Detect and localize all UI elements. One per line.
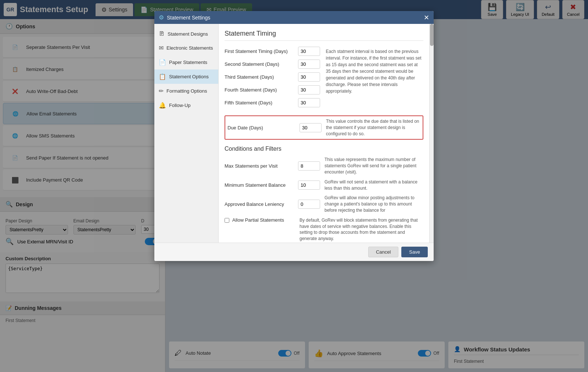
modal-overlay: ⚙ Statement Settings ✕ 🖹 Statement Desig… [165, 19, 588, 372]
timing-section: First Statement Timing (Days) Second Sta… [225, 47, 423, 111]
first-timing-row: First Statement Timing (Days) [225, 47, 322, 56]
modal-footer: Cancel Save [165, 243, 434, 261]
modal-nav-formatting-options[interactable]: ✏ Formatting Options [165, 84, 218, 98]
statement-timing-title: Statement Timing [225, 30, 423, 41]
modal-nav-electronic-statements[interactable]: ✉ Electronic Statements [165, 41, 218, 55]
modal-body: 🖹 Statement Designs ✉ Electronic Stateme… [165, 24, 434, 243]
second-timing-row: Second Statement (Days) [225, 60, 322, 69]
due-date-input[interactable] [300, 123, 322, 132]
fourth-timing-input[interactable] [298, 85, 320, 94]
modal-dialog: ⚙ Statement Settings ✕ 🖹 Statement Desig… [165, 19, 434, 261]
modal-nav-paper-statements[interactable]: 📄 Paper Statements [165, 55, 218, 69]
modal-scrollbar[interactable] [429, 24, 434, 243]
timing-fields: First Statement Timing (Days) Second Sta… [225, 47, 322, 111]
fifth-timing-row: Fifth Statement (Days) [225, 98, 322, 107]
min-balance-input[interactable] [298, 180, 320, 190]
modal-titlebar: ⚙ Statement Settings ✕ [165, 19, 434, 24]
balance-leniency-input[interactable] [298, 200, 320, 209]
follow-up-icon: 🔔 [165, 102, 166, 109]
balance-leniency-row: Approved Balance Leniency GoRev will all… [225, 195, 423, 213]
modal-save-button[interactable]: Save [401, 247, 428, 257]
partial-statements-checkbox[interactable] [225, 218, 229, 223]
modal-nav-follow-up[interactable]: 🔔 Follow-Up [165, 98, 218, 112]
fifth-timing-input[interactable] [298, 98, 320, 107]
second-timing-input[interactable] [298, 60, 320, 69]
due-date-row: Due Date (Days) This value controls the … [225, 115, 423, 140]
modal-content-area: Statement Timing First Statement Timing … [219, 24, 429, 243]
statement-options-icon: 📋 [165, 73, 166, 80]
main-content: 🕐 Options 📄 Seperate Statements Per Visi… [0, 19, 588, 372]
fourth-timing-row: Fourth Statement (Days) [225, 85, 322, 94]
modal-cancel-button[interactable]: Cancel [368, 247, 398, 257]
conditions-title: Conditions and Filters [225, 146, 423, 152]
partial-statements-row: Allow Partial Statements By default, GoR… [225, 217, 423, 242]
max-statements-row: Max Statements per Visit This value repr… [225, 157, 423, 175]
right-panel: ⚙ Statement Settings ✕ 🖹 Statement Desig… [165, 19, 588, 372]
third-timing-input[interactable] [298, 72, 320, 82]
max-statements-input[interactable] [298, 161, 320, 171]
scrollbar-thumb[interactable] [430, 24, 434, 46]
timing-description: Each statment interval is based on the p… [326, 47, 424, 111]
third-timing-row: Third Statement (Days) [225, 72, 322, 82]
modal-sidebar: 🖹 Statement Designs ✉ Electronic Stateme… [165, 24, 219, 243]
modal-title: Statement Settings [167, 19, 424, 21]
min-balance-row: Minimum Statement Balance GoRev will not… [225, 179, 423, 192]
paper-statements-icon: 📄 [165, 59, 166, 66]
modal-nav-statement-options[interactable]: 📋 Statement Options [165, 69, 218, 84]
first-timing-input[interactable] [298, 47, 320, 56]
modal-close-button[interactable]: ✕ [424, 19, 429, 21]
modal-nav-statement-designs[interactable]: 🖹 Statement Designs [165, 27, 218, 41]
